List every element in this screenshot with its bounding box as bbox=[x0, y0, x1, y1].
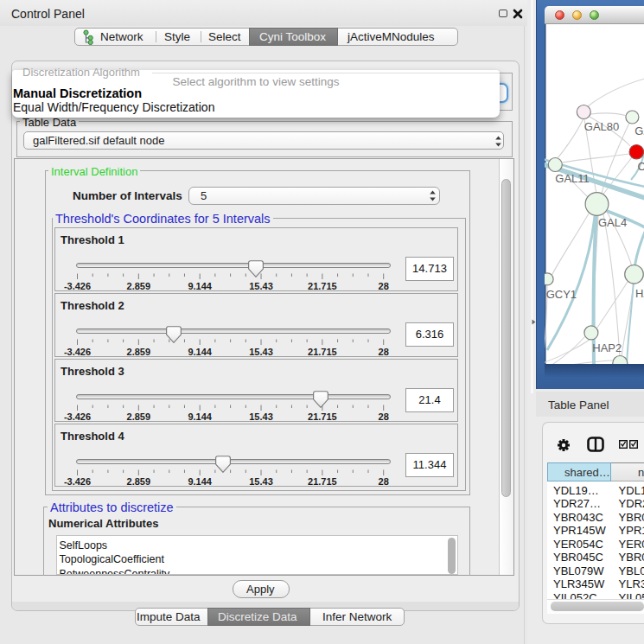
svg-text:GAL11: GAL11 bbox=[555, 172, 590, 185]
svg-text:GAL4: GAL4 bbox=[598, 216, 627, 229]
svg-text:GAL80: GAL80 bbox=[584, 120, 619, 133]
svg-text:GAL7: GAL7 bbox=[634, 124, 644, 137]
svg-text:GCY1: GCY1 bbox=[546, 288, 577, 301]
svg-text:HAP: HAP bbox=[635, 287, 644, 300]
svg-text:CDC: CDC bbox=[638, 160, 644, 173]
svg-text:HAP2: HAP2 bbox=[592, 341, 622, 354]
